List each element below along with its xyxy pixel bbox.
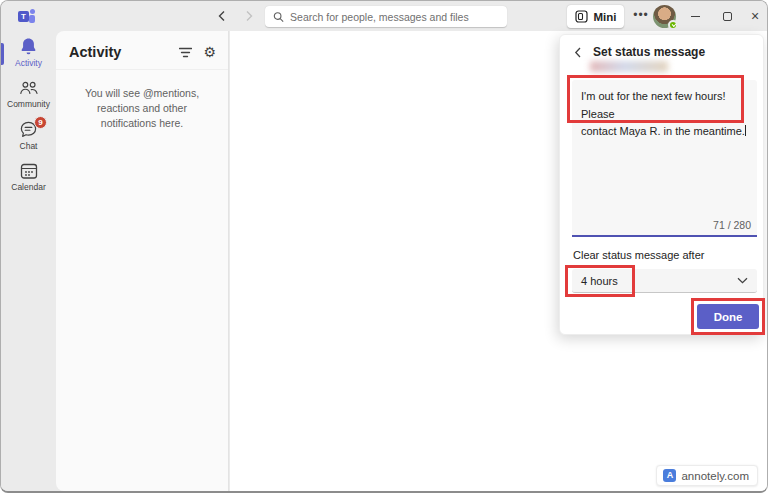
sidebar-item-chat[interactable]: 9 Chat: [1, 114, 56, 156]
activity-panel: Activity ⚙ You will see @mentions, react…: [56, 31, 229, 491]
text-caret: [745, 125, 746, 136]
sidebar-label-calendar: Calendar: [11, 182, 46, 192]
mini-window-icon: [575, 10, 588, 23]
sidebar-item-community[interactable]: Community: [1, 73, 56, 114]
app-rail: Activity Community 9 Chat Calendar: [1, 31, 56, 491]
maximize-button[interactable]: [718, 8, 736, 24]
empty-state-line: You will see @mentions,: [56, 86, 228, 101]
teams-logo-letter: T: [18, 11, 29, 22]
empty-state-line: notifications here.: [56, 116, 228, 131]
search-bar[interactable]: [265, 6, 507, 27]
chat-badge: 9: [34, 116, 47, 129]
blurred-user-name: [590, 61, 668, 72]
sidebar-item-activity[interactable]: Activity: [1, 31, 56, 73]
settings-button[interactable]: ⚙: [203, 44, 216, 60]
dropdown-selected-value: 4 hours: [581, 275, 737, 287]
set-status-message-panel: Set status message I'm out for the next …: [559, 34, 764, 335]
active-indicator: [1, 43, 4, 65]
chevron-right-icon: [244, 10, 254, 22]
clear-after-dropdown[interactable]: 4 hours: [572, 269, 757, 293]
mini-button-label: Mini: [594, 11, 617, 23]
status-message-textarea[interactable]: I'm out for the next few hours! Please c…: [572, 80, 757, 237]
filter-button[interactable]: [179, 47, 192, 58]
activity-empty-state: You will see @mentions, reactions and ot…: [56, 86, 228, 132]
annotely-logo-icon: A: [663, 469, 676, 482]
status-available-icon: [668, 20, 678, 30]
maximize-icon: [723, 12, 732, 21]
minimize-button[interactable]: [686, 8, 704, 24]
sidebar-label-chat: Chat: [20, 141, 38, 151]
done-button[interactable]: Done: [697, 304, 759, 329]
bell-icon: [19, 37, 38, 56]
minimize-icon: [691, 16, 700, 17]
clear-status-label: Clear status message after: [573, 249, 704, 261]
sidebar-label-activity: Activity: [15, 58, 42, 68]
close-button[interactable]: ×: [746, 8, 764, 24]
activity-panel-title: Activity: [69, 44, 179, 60]
status-back-button[interactable]: [572, 45, 584, 59]
chevron-down-icon: [737, 277, 748, 284]
watermark-text: annotely.com: [681, 470, 749, 482]
character-counter: 71 / 280: [713, 219, 751, 231]
back-button[interactable]: [214, 8, 230, 24]
status-message-line1: I'm out for the next few hours! Please: [581, 88, 749, 123]
avatar[interactable]: [653, 5, 676, 28]
status-panel-title: Set status message: [593, 45, 705, 59]
titlebar: T Mini ••• ×: [1, 1, 767, 31]
empty-state-line: reactions and other: [56, 101, 228, 116]
watermark: A annotely.com: [656, 465, 758, 486]
calendar-icon: [20, 162, 38, 180]
sidebar-item-calendar[interactable]: Calendar: [1, 156, 56, 197]
close-icon: ×: [751, 9, 759, 23]
gear-icon: ⚙: [203, 44, 216, 60]
mini-mode-button[interactable]: Mini: [567, 5, 624, 28]
search-icon: [273, 11, 284, 23]
people-icon: [19, 79, 39, 97]
sidebar-label-community: Community: [7, 99, 50, 109]
chevron-left-icon: [574, 47, 582, 58]
search-input[interactable]: [290, 11, 499, 23]
status-message-line2: contact Maya R. in the meantime.: [581, 123, 749, 141]
filter-icon: [179, 47, 192, 58]
teams-window: T Mini ••• ×: [0, 0, 768, 493]
more-options-button[interactable]: •••: [631, 7, 651, 25]
chevron-left-icon: [217, 10, 227, 22]
forward-button[interactable]: [241, 8, 257, 24]
teams-logo-icon: T: [18, 9, 35, 24]
